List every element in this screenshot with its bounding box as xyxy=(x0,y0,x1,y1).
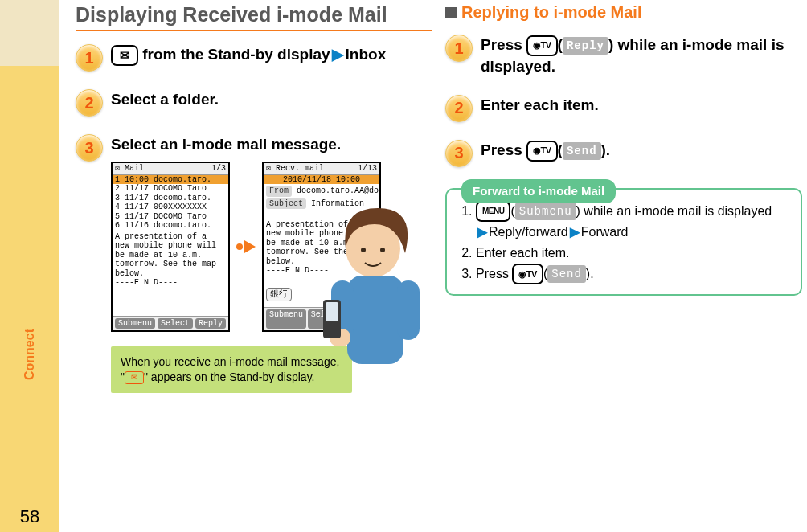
right-step-2: 2 Enter each item. xyxy=(445,95,802,122)
step-badge: 2 xyxy=(76,89,103,117)
tip-row: When you receive an i-mode mail message,… xyxy=(111,346,432,393)
right-column: Replying to i-mode Mail 1 Press ◉TV(Repl… xyxy=(445,3,802,532)
soft-send-button: Send xyxy=(563,142,601,160)
list-item: 2 11/17 DOCOMO Taro xyxy=(113,184,228,194)
jp-chip: 銀行 xyxy=(266,288,292,301)
dot-icon xyxy=(236,243,243,250)
person-illustration xyxy=(299,203,436,396)
soft-send-button: Send xyxy=(547,265,586,283)
square-bullet-icon xyxy=(445,7,457,18)
list-item: 3 11/17 docomo.taro. xyxy=(113,194,228,203)
svg-rect-5 xyxy=(397,280,420,340)
svg-rect-3 xyxy=(347,276,404,364)
step-dest: Inbox xyxy=(346,46,387,63)
step-badge: 2 xyxy=(445,95,473,122)
step-body: Enter each item. xyxy=(481,95,802,116)
soft-submenu-button: Submenu xyxy=(515,203,576,220)
soft-reply-button: Reply xyxy=(563,37,608,55)
step-body: Select a folder. xyxy=(111,89,432,110)
forward-step-1: MENU(Submenu) while an i-mode mail is di… xyxy=(476,201,789,243)
camera-tv-key-icon: ◉TV xyxy=(526,35,558,56)
svg-point-1 xyxy=(361,248,366,252)
softkey-mid: Select xyxy=(158,318,193,329)
softkeys: Submenu Select Reply xyxy=(113,316,228,331)
left-step-3: 3 Select an i-mode mail message. xyxy=(76,134,432,162)
triangle-icon xyxy=(244,240,256,253)
step-body: Press ◉TV(Reply) while an i-mode mail is… xyxy=(481,35,802,77)
forward-step-3: Press ◉TV(Send). xyxy=(476,264,789,285)
mail-key-icon: ✉ xyxy=(111,45,138,66)
step-badge: 1 xyxy=(76,44,103,72)
right-title-row: Replying to i-mode Mail xyxy=(445,3,802,22)
margin-mid-block: Connect xyxy=(0,66,59,434)
phone-mail-list: ✉ Mail 1/3 1 10:00 docomo.taro. 2 11/17 … xyxy=(111,162,230,332)
step-badge: 1 xyxy=(445,35,473,62)
step-badge: 3 xyxy=(76,134,103,162)
svg-point-2 xyxy=(380,248,385,252)
phone-titlebar: ✉ Recv. mail 1/13 xyxy=(264,163,379,175)
section-side-label: Connect xyxy=(23,329,37,380)
forward-step-2: Enter each item. xyxy=(476,243,789,264)
list-item: 1 10:00 docomo.taro. xyxy=(113,175,228,185)
step-pre: Press xyxy=(481,141,526,158)
list-item: 6 11/16 docomo.taro. xyxy=(113,221,228,231)
arrow-icon: ▶ xyxy=(330,46,346,63)
fwd3-pre: Press xyxy=(476,267,512,280)
mail-preview: A presentation of a new mobile phone wil… xyxy=(113,231,228,316)
camera-tv-key-icon: ◉TV xyxy=(526,141,558,162)
forward-panel: Forward to i-mode Mail MENU(Submenu) whi… xyxy=(445,188,802,297)
tip-text-post: " appears on the Stand-by display. xyxy=(144,370,315,383)
transition-arrow xyxy=(236,240,256,253)
arrow-icon: ▶ xyxy=(476,225,489,239)
list-item: 5 11/17 DOCOMO Taro xyxy=(113,212,228,222)
right-title: Replying to i-mode Mail xyxy=(461,3,641,22)
fwd1-post: while an i-mode mail is displayed xyxy=(580,204,772,218)
margin-top-block xyxy=(0,0,59,66)
mail-from: From docomo.taro.AA@docom xyxy=(264,184,379,197)
fwd1-a1: Reply/forward xyxy=(489,225,568,239)
step-body: ✉ from the Stand-by display▶Inbox xyxy=(111,44,432,66)
list-item: 4 11/17 090XXXXXXXX xyxy=(113,203,228,212)
page: Connect 58 Displaying Received i-mode Ma… xyxy=(0,0,807,532)
svg-rect-8 xyxy=(326,302,338,321)
left-step-1: 1 ✉ from the Stand-by display▶Inbox xyxy=(76,44,432,72)
left-title: Displaying Received i-mode Mail xyxy=(76,3,432,31)
forward-steps: MENU(Submenu) while an i-mode mail is di… xyxy=(458,201,789,285)
margin-bottom-block: 58 xyxy=(0,434,59,532)
page-number: 58 xyxy=(20,506,39,532)
arrow-icon: ▶ xyxy=(568,225,581,239)
phone-titlebar: ✉ Mail 1/3 xyxy=(113,163,228,175)
mail-date: 2010/11/18 10:00 xyxy=(264,175,379,185)
camera-tv-key-icon: ◉TV xyxy=(512,264,543,284)
left-step-2: 2 Select a folder. xyxy=(76,89,432,117)
step-pre: Press xyxy=(481,36,526,53)
softkey-left: Submenu xyxy=(115,318,155,329)
mail-small-icon: ✉ xyxy=(125,371,144,384)
content-area: Displaying Received i-mode Mail 1 ✉ from… xyxy=(59,0,807,532)
right-step-3: 3 Press ◉TV(Send). xyxy=(445,140,802,167)
step-body: Select an i-mode mail message. xyxy=(111,134,432,155)
fwd3-post: . xyxy=(590,267,593,280)
menu-key-icon: MENU xyxy=(476,201,510,222)
step-body: Press ◉TV(Send). xyxy=(481,140,802,162)
left-margin: Connect 58 xyxy=(0,0,59,532)
step-badge: 3 xyxy=(445,140,473,167)
softkey-right: Reply xyxy=(195,318,226,329)
right-step-1: 1 Press ◉TV(Reply) while an i-mode mail … xyxy=(445,35,802,77)
fwd1-a2: Forward xyxy=(581,225,629,239)
step-text: from the Stand-by display xyxy=(142,46,330,63)
left-column: Displaying Received i-mode Mail 1 ✉ from… xyxy=(76,3,432,532)
forward-title: Forward to i-mode Mail xyxy=(461,179,616,203)
